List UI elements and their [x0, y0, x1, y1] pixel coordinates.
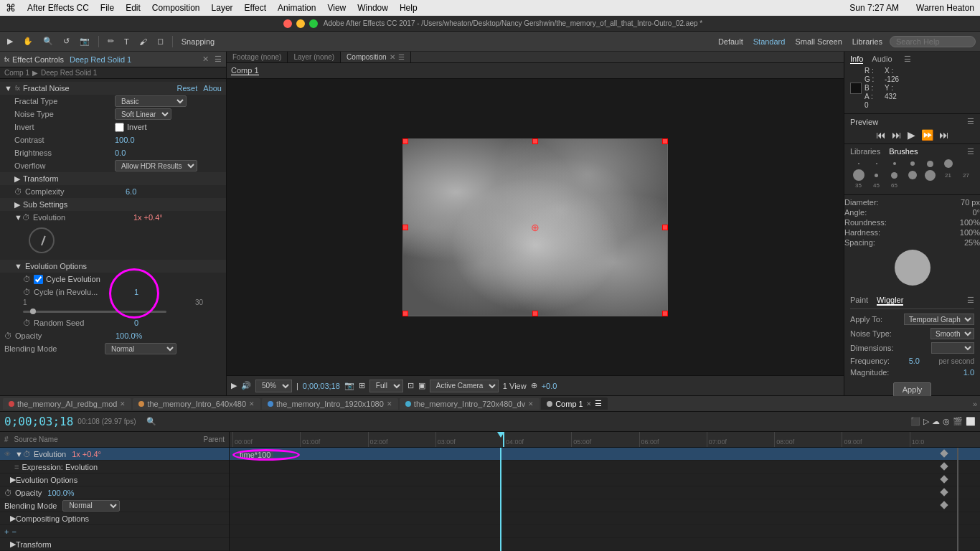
tab-close-640[interactable]: ✕ [249, 400, 255, 408]
menu-help[interactable]: Help [400, 3, 418, 13]
brush-5[interactable] [904, 159, 920, 168]
tl-tool-3[interactable]: ☁ [932, 417, 940, 426]
layer-triangle[interactable]: ▼ [15, 450, 23, 458]
tab-audio[interactable]: Audio [872, 55, 892, 64]
workspace-libraries[interactable]: Libraries [849, 36, 885, 47]
apply-button[interactable]: Apply [893, 382, 932, 397]
menu-view[interactable]: View [327, 3, 346, 13]
tool-paint[interactable]: 🖌 [136, 36, 150, 47]
step-forward-button[interactable]: ⏩ [921, 129, 933, 141]
layer-compositing[interactable]: ▶ Compositing Options [0, 512, 229, 525]
close-comp-panel[interactable]: ✕ [390, 53, 395, 61]
opacity-value[interactable]: 100.0% [116, 331, 222, 340]
handle-tl[interactable] [402, 138, 408, 144]
region-icon[interactable]: ▣ [418, 381, 425, 390]
transform-triangle-tl[interactable]: ▶ [10, 540, 16, 549]
tab-1920x1080[interactable]: the_memory_Intro_1920x1080 ✕ [262, 398, 398, 410]
handle-mr[interactable] [662, 225, 668, 230]
evolution-value[interactable]: 1x +0.4° [133, 213, 222, 222]
cycle-rev-stopwatch[interactable]: ⏱ [23, 288, 31, 296]
dimensions-select[interactable] [931, 342, 974, 354]
handle-tm[interactable] [532, 138, 538, 144]
tl-tool-6[interactable]: ⬜ [966, 417, 976, 426]
skip-back-button[interactable]: ⏮ [876, 129, 886, 141]
wiggler-noise-type-select[interactable]: Smooth [930, 328, 974, 339]
add-button[interactable]: + [4, 527, 9, 536]
menu-animation[interactable]: Animation [278, 3, 316, 13]
cycle-rev-value[interactable]: 1 [134, 288, 222, 296]
menu-window[interactable]: Window [357, 3, 388, 13]
transform-section[interactable]: ▶ Transform [0, 172, 226, 185]
view-select[interactable]: Active Camera [430, 380, 499, 392]
brush-1[interactable] [850, 159, 867, 168]
about-button[interactable]: Abou [203, 84, 222, 93]
handle-bm[interactable] [532, 311, 538, 316]
toggle-overlay[interactable]: ⊕ [531, 381, 537, 390]
tab-close-720[interactable]: ✕ [528, 400, 534, 408]
reset-button[interactable]: Reset [177, 84, 198, 93]
fractal-noise-section[interactable]: ▼ fx Fractal Noise Reset Abou [0, 82, 226, 95]
menu-composition[interactable]: Composition [152, 3, 200, 13]
menu-aftereffects[interactable]: After Effects CC [27, 3, 89, 13]
layer-evolution[interactable]: 👁 ▼ ⏱ Evolution 1x +0.4° [0, 448, 229, 461]
play-button[interactable]: ▶ [231, 381, 237, 390]
fractal-type-select[interactable]: BasicTurbulent Basic [115, 95, 187, 107]
tab-close-comp1[interactable]: ✕ [586, 400, 592, 408]
quality-select[interactable]: Full [369, 380, 403, 392]
skip-forward-button[interactable]: ⏭ [939, 129, 949, 141]
tool-text[interactable]: T [121, 36, 132, 47]
noise-type-select[interactable]: Soft LinearLinearSmooth [115, 108, 171, 120]
comp-tab-active[interactable]: Comp 1 [231, 66, 259, 75]
brushes-menu-icon[interactable]: ☰ [967, 147, 974, 156]
opacity-stopwatch[interactable]: ⏱ [4, 331, 12, 340]
slider-thumb[interactable] [30, 309, 36, 314]
view-layout-btn[interactable]: 1 View [503, 382, 527, 390]
tool-zoom[interactable]: 🔍 [40, 35, 56, 47]
complexity-value[interactable]: 6.0 [126, 187, 222, 196]
tab-640x480[interactable]: the_memory_Intro_640x480 ✕ [133, 398, 260, 410]
panel-close-icon[interactable]: ✕ [202, 55, 209, 64]
resolution-icon[interactable]: ⊡ [407, 381, 414, 390]
eye-icon[interactable]: 👁 [4, 451, 11, 458]
tab-libraries[interactable]: Libraries [850, 147, 880, 156]
tl-tool-1[interactable]: ⬛ [910, 417, 920, 426]
workspace-smallscreen[interactable]: Small Screen [792, 36, 844, 47]
tool-rotate[interactable]: ↺ [60, 35, 72, 47]
evolution-dial[interactable] [29, 227, 55, 253]
apple-menu[interactable]: ⌘ [6, 2, 16, 14]
overflow-select[interactable]: Allow HDR ResultsClip [115, 160, 197, 171]
tool-pen[interactable]: ✏ [105, 35, 117, 47]
tl-tool-2[interactable]: ▷ [923, 417, 929, 426]
stopwatch-icon[interactable]: ⏱ [14, 187, 22, 196]
layer-transform[interactable]: ▶ Transform [0, 538, 229, 551]
brush-19b[interactable] [850, 169, 867, 181]
audio-button[interactable]: 🔊 [241, 381, 251, 390]
menu-layer[interactable]: Layer [212, 3, 233, 13]
brush-3[interactable] [886, 159, 903, 168]
random-seed-value[interactable]: 0 [134, 319, 222, 327]
tab-brushes[interactable]: Brushes [889, 147, 918, 156]
tl-tool-4[interactable]: ◎ [943, 417, 950, 426]
brush-9[interactable] [922, 159, 938, 168]
tab-paint[interactable]: Paint [850, 296, 868, 306]
apply-to-select[interactable]: Temporal Graph [904, 314, 974, 325]
evolution-stopwatch-tl[interactable]: ⏱ [23, 450, 31, 458]
contrast-value[interactable]: 100.0 [115, 136, 222, 144]
close-button[interactable] [283, 19, 292, 28]
handle-ml[interactable] [402, 225, 408, 230]
tool-eraser[interactable]: ◻ [154, 35, 166, 47]
tab-720x480[interactable]: the_memory_Intro_720x480_dv ✕ [400, 398, 540, 410]
brush-1b[interactable] [868, 159, 885, 168]
brush-9b[interactable] [886, 169, 903, 181]
menu-file[interactable]: File [100, 3, 114, 13]
sub-settings-section[interactable]: ▶ Sub Settings [0, 198, 226, 211]
play-preview-button[interactable]: ▶ [908, 129, 915, 141]
zoom-select[interactable]: 50% [255, 380, 292, 392]
evo-options-triangle-tl[interactable]: ▶ [10, 475, 16, 484]
menu-edit[interactable]: Edit [126, 3, 141, 13]
opacity-stopwatch-tl[interactable]: ⏱ [4, 489, 12, 497]
frequency-value[interactable]: 5.0 [909, 357, 920, 365]
timeline-expand[interactable]: » [973, 400, 977, 408]
brush-17[interactable] [922, 169, 938, 181]
handle-tr[interactable] [662, 138, 668, 144]
